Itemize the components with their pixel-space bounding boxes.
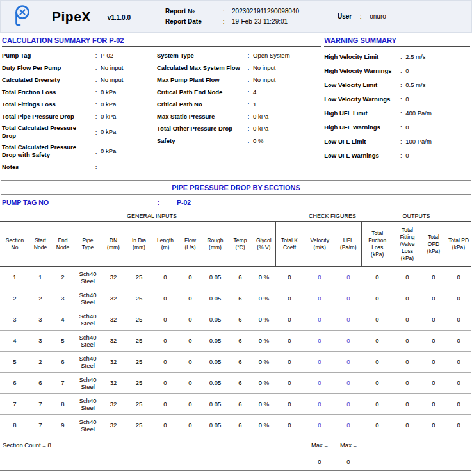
section-cell: 0.05 <box>202 288 228 309</box>
section-cell: 0.05 <box>202 267 228 288</box>
section-cell: 0 <box>275 414 304 436</box>
report-date-value: 19-Feb-23 11:29:01 <box>232 17 288 27</box>
section-cell: 0 <box>393 309 421 330</box>
section-cell: Sch40 Steel <box>74 372 101 393</box>
section-cell: 8 <box>0 414 29 436</box>
calculation-summary-body: Pump Tag:P-02Duty Flow Per Pump:No input… <box>2 51 321 175</box>
section-cell: 0 <box>421 267 446 288</box>
section-cell: 0 <box>336 309 361 330</box>
report-date-row: Report Date : 19-Feb-23 11:29:01 <box>165 17 299 27</box>
section-cell: 0 <box>152 267 178 288</box>
section-cell: 0 % <box>252 309 275 330</box>
summary-row: Calculated Diversity:No input <box>2 76 157 84</box>
section-cell: 0 <box>152 393 178 414</box>
column-header: End Node <box>51 222 74 267</box>
column-header: Length (m) <box>152 222 178 267</box>
section-cell: 0 <box>304 351 336 372</box>
summary-row: Pump Tag:P-02 <box>2 51 157 60</box>
section-cell: 0 <box>275 309 304 330</box>
column-header: Total Friction Loss (kPa) <box>361 222 393 267</box>
section-row: 112Sch40 Steel3225000.0560 %0000000 <box>0 267 471 288</box>
section-cell: 0 <box>178 309 202 330</box>
section-cell: 0 <box>275 330 304 351</box>
section-cell: 6 <box>228 393 252 414</box>
column-header: Flow (L/s) <box>178 222 202 267</box>
summary-row: Total Friction Loss:0 kPa <box>2 88 157 96</box>
column-header: In Dia (mm) <box>126 222 152 267</box>
section-cell: 6 <box>51 351 74 372</box>
column-header: Glycol (% V) <box>252 222 275 267</box>
column-header: Total OPD (kPa) <box>421 222 446 267</box>
section-cell: 0 <box>152 372 178 393</box>
section-cell: 0 <box>152 330 178 351</box>
column-header: Rough (mm) <box>202 222 228 267</box>
section-row: 223Sch40 Steel3225000.0560 %0000000 <box>0 288 471 309</box>
section-cell: 0 <box>152 288 178 309</box>
section-cell: 0 <box>446 288 471 309</box>
summary-row: Total Calculated Pressure Drop with Safe… <box>2 144 157 159</box>
section-cell: 0 <box>336 288 361 309</box>
section-cell: 0.05 <box>202 414 228 436</box>
section-cell: 32 <box>101 351 126 372</box>
section-cell: 0.05 <box>202 393 228 414</box>
section-cell: 2 <box>0 288 29 309</box>
max-label-row: Section Count = 8 Max = Max = <box>0 436 471 454</box>
footer-spacer <box>361 436 471 454</box>
summary-row: Max Static Pressure:0 kPa <box>157 112 320 120</box>
section-cell: 0 % <box>252 351 275 372</box>
summary-row: High Velocity Warnings:0 <box>324 67 470 75</box>
column-header: Total PD (kPa) <box>446 222 471 267</box>
section-cell: 32 <box>101 309 126 330</box>
section-cell: 0 <box>178 288 202 309</box>
section-cell: 25 <box>126 309 152 330</box>
section-cell: 0 <box>446 330 471 351</box>
section-cell: 0 % <box>252 414 275 436</box>
section-cell: 32 <box>101 372 126 393</box>
section-cell: 0 <box>304 393 336 414</box>
group-general-inputs: GENERAL INPUTS <box>0 211 304 222</box>
report-info: Report № : 2023021911290098040 Report Da… <box>165 6 299 27</box>
summary-row: Low Velocity Warnings:0 <box>324 95 470 103</box>
section-cell: 0 <box>393 351 421 372</box>
warning-summary-title: WARNING SUMMARY <box>324 37 470 47</box>
summary-row: Low UFL Limit:100 Pa/m <box>324 137 470 145</box>
pump-tag-row: PUMP TAG NO : P-02 <box>0 195 472 209</box>
section-cell: Sch40 Steel <box>74 393 101 414</box>
section-row: 879Sch40 Steel3225000.0560 %0000000 <box>0 414 471 436</box>
section-cell: 25 <box>126 330 152 351</box>
section-cell: 4 <box>0 330 29 351</box>
section-cell: 2 <box>51 267 74 288</box>
report-no-value: 2023021911290098040 <box>232 6 299 17</box>
section-cell: 0 <box>421 351 446 372</box>
section-cell: 7 <box>29 414 51 436</box>
pump-tag-value: P-02 <box>177 199 191 206</box>
section-cell: 0 <box>336 393 361 414</box>
section-cell: 0 <box>421 288 446 309</box>
section-cell: 8 <box>51 393 74 414</box>
section-cell: 0 <box>446 309 471 330</box>
summary-row: Total Other Pressure Drop:0 kPa <box>157 124 320 133</box>
section-cell: 5 <box>51 330 74 351</box>
section-cell: 0 <box>275 288 304 309</box>
sections-table-body: 112Sch40 Steel3225000.0560 %0000000223Sc… <box>0 267 471 436</box>
group-check-figures: CHECK FIGURES <box>304 211 361 222</box>
section-cell: 1 <box>29 267 51 288</box>
section-cell: 25 <box>126 414 152 436</box>
section-cell: 0 <box>393 393 421 414</box>
warning-summary-body: High Velocity Limit:2.5 m/sHigh Velocity… <box>324 53 470 160</box>
section-cell: 0 <box>446 414 471 436</box>
summary-row: System Type:Open System <box>157 51 320 60</box>
column-header: Temp (°C) <box>228 222 252 267</box>
section-cell: 0 <box>304 330 336 351</box>
section-cell: 25 <box>126 372 152 393</box>
colon: : <box>215 17 232 27</box>
summary-row: High UFL Limit:400 Pa/m <box>324 109 470 117</box>
section-cell: 0 <box>304 414 336 436</box>
section-cell: 0 <box>152 309 178 330</box>
section-cell: 0 <box>446 267 471 288</box>
section-cell: 2 <box>29 351 51 372</box>
section-cell: Sch40 Steel <box>74 309 101 330</box>
section-cell: 0 <box>178 267 202 288</box>
section-cell: 0 <box>336 414 361 436</box>
section-cell: 6 <box>228 330 252 351</box>
